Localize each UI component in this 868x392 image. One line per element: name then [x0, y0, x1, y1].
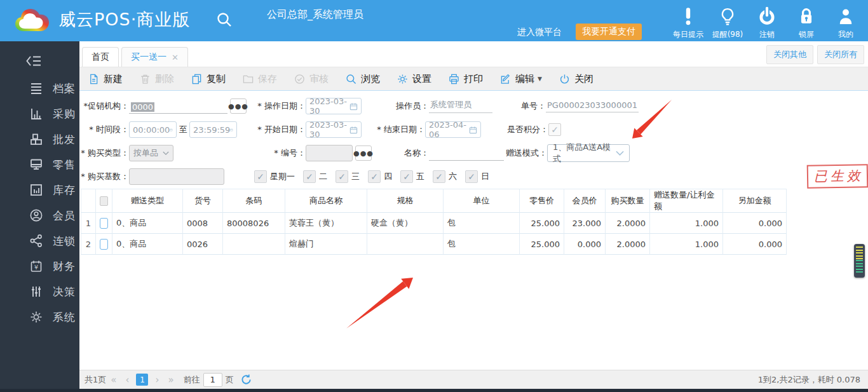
close-doc-button[interactable]: 关闭 — [559, 73, 593, 85]
sliders-icon — [29, 285, 44, 299]
tab-home[interactable]: 首页 — [82, 47, 119, 67]
sidebar-item-system[interactable]: 系统 — [0, 304, 79, 330]
sidebar-item-wholesale[interactable]: 批发 — [0, 126, 79, 152]
promo-org-input[interactable]: 0000 — [129, 98, 227, 114]
header-checkbox[interactable] — [100, 196, 108, 206]
floating-widget[interactable] — [854, 244, 865, 278]
weekday-checkbox-wed[interactable]: ✓三 — [336, 170, 360, 183]
name-input[interactable] — [429, 145, 504, 161]
sidebar: 档案 采购 批发 零售 库存 会员 — [0, 41, 79, 392]
lock-screen-button[interactable]: 锁屏 — [787, 3, 826, 40]
points-checkbox[interactable]: ✓ — [548, 123, 561, 136]
close-others-button[interactable]: 关闭其他 — [766, 45, 813, 64]
buy-base-input[interactable] — [129, 168, 224, 185]
sidebar-collapse-icon[interactable] — [25, 54, 79, 71]
sidebar-item-decision[interactable]: 决策 — [0, 279, 79, 304]
cell-barcode: 80008026 — [223, 213, 285, 234]
calendar-icon — [349, 102, 358, 111]
browse-button[interactable]: 浏览 — [346, 73, 380, 85]
records-summary: 1到2,共2记录，耗时 0.078 — [758, 374, 860, 386]
tab-close-icon[interactable]: ✕ — [172, 53, 179, 62]
checkbox-checked: ✓ — [433, 170, 445, 183]
bulb-icon — [719, 5, 736, 28]
end-date-input[interactable]: 2023-04-06 — [425, 121, 481, 138]
next-page-button[interactable]: › — [155, 374, 159, 386]
refresh-icon[interactable] — [240, 374, 252, 386]
top-header: 威云POS·商业版 公司总部_系统管理员 进入微平台 我要开通支付 每日提示 — [0, 0, 868, 41]
sidebar-item-archive[interactable]: 档案 — [0, 76, 79, 101]
weekday-checkbox-sun[interactable]: ✓日 — [465, 170, 489, 183]
sidebar-item-purchase[interactable]: 采购 — [0, 101, 79, 126]
cell-retail-price: 25.000 — [520, 213, 564, 234]
last-page-button[interactable]: » — [168, 374, 173, 386]
checkbox-checked: ✓ — [336, 170, 348, 183]
col-header: 零售价 — [520, 189, 564, 213]
power-icon — [757, 5, 776, 28]
goto-page-input[interactable] — [203, 373, 222, 387]
audit-button[interactable]: 审核 — [294, 73, 329, 85]
time-from-input[interactable]: 00:00:00 — [129, 121, 177, 138]
cell-extra-amount: 0.000 — [723, 234, 787, 255]
code-lookup-button[interactable]: ●●● — [355, 145, 372, 161]
select-all-cell[interactable] — [96, 189, 112, 213]
new-button[interactable]: 新建 — [88, 73, 123, 85]
cell-member-price: 23.000 — [564, 213, 606, 234]
gift-items-table: 赠送类型 货号 条码 商品名称 规格 单位 零售价 会员价 购买数量 赠送数量/… — [81, 189, 787, 255]
weekday-checkbox-thu[interactable]: ✓四 — [368, 170, 392, 183]
sidebar-item-finance[interactable]: ¥ 财务 — [0, 253, 79, 279]
save-button[interactable]: 保存 — [243, 73, 277, 85]
weekday-checkbox-mon[interactable]: ✓星期一 — [254, 170, 295, 183]
printer-icon — [449, 74, 459, 84]
weekday-checkbox-fri[interactable]: ✓五 — [400, 170, 424, 183]
col-header: 另加金额 — [723, 189, 787, 213]
logout-button[interactable]: 注销 — [747, 3, 787, 40]
main-content: 首页 买一送一 ✕ 关闭其他 关闭所有 新建 删 — [79, 41, 868, 392]
folder-save-icon — [243, 74, 254, 84]
time-range-label: * 时间段： — [79, 124, 129, 135]
close-all-button[interactable]: 关闭所有 — [817, 45, 864, 64]
goto-label: 前往 — [184, 374, 200, 386]
start-date-input[interactable]: 2023-03-30 — [306, 121, 362, 138]
user-icon — [837, 5, 855, 28]
app-title: 威云POS·商业版 — [58, 8, 190, 31]
sidebar-item-inventory[interactable]: 库存 — [0, 177, 79, 203]
reminders-button[interactable]: 提醒(98) — [708, 3, 747, 40]
sidebar-item-retail[interactable]: 零售 — [0, 152, 79, 177]
row-checkbox[interactable] — [100, 239, 108, 250]
edit-button[interactable]: 编辑 ▼ — [500, 73, 542, 85]
promo-org-lookup-button[interactable]: ●●● — [230, 98, 247, 114]
cell-spec — [367, 234, 444, 255]
sidebar-item-member[interactable]: 会员 — [0, 203, 79, 228]
first-page-button[interactable]: « — [111, 374, 116, 386]
open-payment-button[interactable]: 我要开通支付 — [576, 24, 642, 40]
gift-mode-select[interactable]: 1、商品A送A模式 — [547, 144, 630, 162]
time-to-input[interactable]: 23:59:59 — [189, 121, 237, 138]
header-actions: 每日提示 提醒(98) — [668, 3, 865, 40]
settings-button[interactable]: 设置 — [397, 73, 431, 85]
sidebar-item-chain[interactable]: 连锁 — [0, 228, 79, 253]
header-search-icon[interactable] — [216, 11, 233, 30]
tab-buy-one-get-one[interactable]: 买一送一 ✕ — [121, 47, 188, 67]
print-button[interactable]: 打印 — [449, 73, 483, 85]
weekday-checkbox-tue[interactable]: ✓二 — [303, 170, 327, 183]
my-account-button[interactable]: 我的 — [826, 3, 865, 40]
prev-page-button[interactable]: ‹ — [125, 374, 129, 386]
copy-button[interactable]: 复制 — [191, 73, 226, 85]
micro-platform-link[interactable]: 进入微平台 — [517, 27, 562, 38]
promo-form: *促销机构： 0000 ●●● * 操作日期： 2023-03-30 操作员： … — [79, 91, 868, 189]
total-pages-label: 共1页 — [85, 374, 106, 386]
row-select-cell[interactable] — [96, 213, 112, 234]
row-checkbox[interactable] — [100, 218, 108, 229]
delete-button[interactable]: 删除 — [140, 73, 174, 85]
code-input[interactable] — [306, 145, 353, 161]
row-select-cell[interactable] — [96, 234, 112, 255]
daily-tips-button[interactable]: 每日提示 — [668, 3, 708, 40]
bar-chart-icon — [29, 107, 44, 121]
weekday-checkbox-sat[interactable]: ✓六 — [433, 170, 457, 183]
blocks-icon — [29, 132, 44, 146]
current-page-chip[interactable]: 1 — [136, 374, 148, 386]
op-date-input[interactable]: 2023-03-30 — [306, 98, 362, 114]
archive-icon — [29, 81, 44, 95]
cell-sku: 0008 — [183, 213, 223, 234]
buy-type-select[interactable]: 按单品 — [129, 145, 173, 161]
